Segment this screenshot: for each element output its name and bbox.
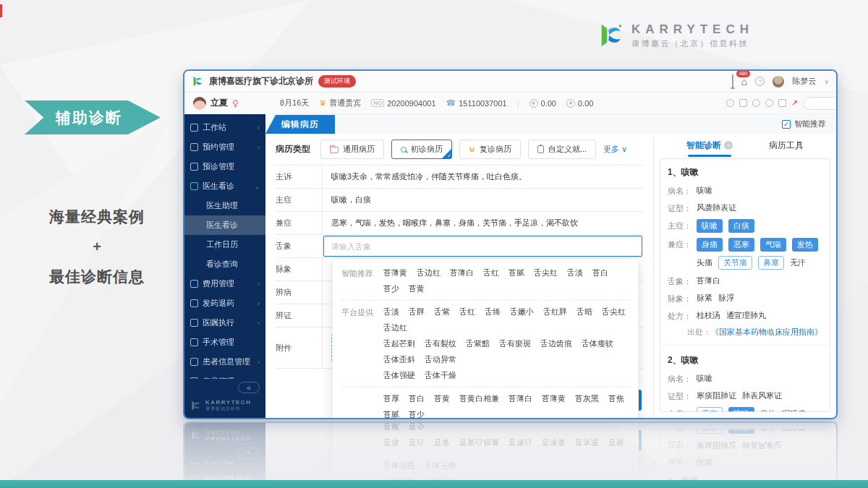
- option-苔白[interactable]: 苔白: [592, 267, 608, 278]
- option-苔白[interactable]: 苔白: [409, 393, 425, 404]
- symptom-tag[interactable]: 恶寒: [728, 238, 754, 252]
- sidebar-item-工作日历[interactable]: 工作日历: [184, 235, 265, 254]
- symptom-tag[interactable]: 咳嗽: [728, 407, 754, 412]
- notification-bell-icon[interactable]: 480: [732, 75, 733, 88]
- sidebar-item-费用管理[interactable]: 费用管理›: [184, 274, 265, 294]
- user-name[interactable]: 陈梦云: [792, 76, 816, 87]
- option-舌胖[interactable]: 舌胖: [409, 307, 425, 317]
- option-舌起芒刺[interactable]: 舌起芒刺: [383, 338, 415, 349]
- symptom-tag[interactable]: 恶寒: [697, 407, 723, 412]
- photo-icon[interactable]: [778, 99, 786, 107]
- option-苔少[interactable]: 苔少: [383, 283, 399, 294]
- option-苔薄黄[interactable]: 苔薄黄: [383, 267, 407, 278]
- option-舌紫[interactable]: 舌紫: [434, 307, 450, 317]
- tab-record-tools[interactable]: 病历工具: [769, 134, 804, 157]
- more-link[interactable]: 更多 ∨: [603, 144, 627, 155]
- sidebar-item-手术管理[interactable]: 手术管理: [184, 333, 265, 352]
- help-icon[interactable]: [755, 77, 765, 86]
- sidebar-item-工作站[interactable]: 工作站›: [184, 118, 265, 137]
- print-icon[interactable]: [765, 99, 773, 107]
- option-舌体痿软[interactable]: 舌体痿软: [582, 338, 613, 349]
- symptom-tag[interactable]: 白痰: [728, 219, 754, 233]
- card-icon[interactable]: [739, 99, 747, 107]
- sidebar-item-库房管理[interactable]: 库房管理›: [184, 372, 265, 379]
- sidebar-item-医生看诊[interactable]: 医生看诊⌄: [184, 176, 265, 196]
- record-type-自定义就...[interactable]: 自定义就...: [528, 140, 596, 159]
- option-舌体强硬[interactable]: 舌体强硬: [383, 370, 415, 381]
- smart-recommend-toggle[interactable]: 智能推荐: [782, 119, 836, 134]
- option-苔腻[interactable]: 苔腻: [509, 267, 524, 278]
- checkbox-checked-icon[interactable]: [782, 120, 791, 129]
- option-舌有瘀斑[interactable]: 舌有瘀斑: [499, 338, 531, 349]
- option-苔灰黑[interactable]: 苔灰黑: [575, 393, 599, 404]
- tab-smart-diagnosis[interactable]: 智能诊断: [686, 134, 733, 157]
- record-type-初诊病历[interactable]: 初诊病历✓: [391, 140, 452, 159]
- option-苔薄白[interactable]: 苔薄白: [509, 393, 532, 404]
- option-苔黄白相兼[interactable]: 苔黄白相兼: [459, 393, 499, 404]
- option-舌红[interactable]: 舌红: [459, 307, 475, 317]
- patient-cell[interactable]: 立夏 ♀: [184, 97, 265, 110]
- patient-avatar: [193, 97, 206, 110]
- option-舌绛[interactable]: 舌绛: [485, 307, 501, 317]
- symptom-tag[interactable]: 身痛: [697, 238, 723, 252]
- option-苔焦[interactable]: 苔焦: [608, 393, 624, 404]
- diagnosis-row: 证型：风袭肺表证: [668, 202, 822, 214]
- record-type-通用病历[interactable]: 通用病历: [320, 140, 384, 159]
- sidebar-item-看诊查询[interactable]: 看诊查询: [184, 254, 265, 274]
- right-panel: 智能诊断 病历工具 1、咳嗽病名：咳嗽证型：风袭肺表证主症：咳嗽白痰兼症：身痛恶…: [653, 134, 836, 418]
- option-舌动异常[interactable]: 舌动异常: [425, 354, 456, 365]
- help-circle-icon[interactable]: [724, 141, 733, 150]
- symptom-tag: 寒痰阻肺证: [697, 390, 736, 401]
- sidebar-item-医嘱执行[interactable]: 医嘱执行›: [184, 313, 265, 333]
- option-舌体歪斜[interactable]: 舌体歪斜: [383, 354, 415, 365]
- option-舌淡[interactable]: 舌淡: [383, 307, 399, 317]
- option-舌边齿痕[interactable]: 舌边齿痕: [540, 338, 572, 349]
- user-menu-caret-icon[interactable]: ∨: [824, 78, 829, 85]
- tab-edit-record[interactable]: 编辑病历: [265, 115, 335, 134]
- sidebar-item-患者信息管理[interactable]: 患者信息管理›: [184, 352, 265, 372]
- phone-icon: [446, 98, 456, 108]
- symptom-tag[interactable]: 关节痛: [718, 256, 752, 270]
- diagnosis-row: 兼症：身痛恶寒气喘发热头痛关节痛鼻塞无汗: [668, 238, 822, 270]
- sidebar-item-预诊管理[interactable]: 预诊管理: [184, 157, 265, 176]
- option-苔厚[interactable]: 苔厚: [383, 393, 399, 404]
- option-苔黄[interactable]: 苔黄: [434, 393, 450, 404]
- option-舌边红[interactable]: 舌边红: [417, 267, 441, 278]
- option-舌尖红[interactable]: 舌尖红: [602, 307, 626, 317]
- option-舌红[interactable]: 舌红: [483, 267, 499, 278]
- sidebar-item-label: 医生看诊: [203, 181, 234, 192]
- option-舌紫黯[interactable]: 舌紫黯: [466, 338, 490, 349]
- symptom-tag[interactable]: 鼻塞: [758, 256, 784, 270]
- option-舌红胖[interactable]: 舌红胖: [543, 307, 567, 317]
- symptom-tag[interactable]: 发热: [792, 238, 818, 252]
- option-舌嫩小[interactable]: 舌嫩小: [510, 307, 534, 317]
- search-input[interactable]: [803, 97, 838, 110]
- option-舌边红[interactable]: 舌边红: [383, 322, 407, 333]
- symptom-tag[interactable]: 气喘: [760, 238, 786, 252]
- record-type-复诊病历[interactable]: 复诊病历: [459, 140, 521, 159]
- history-icon[interactable]: [726, 99, 734, 107]
- option-舌淡[interactable]: 舌淡: [567, 267, 583, 278]
- option-舌尖红[interactable]: 舌尖红: [534, 267, 558, 278]
- option-苔薄黄[interactable]: 苔薄黄: [542, 393, 566, 404]
- option-苔薄白[interactable]: 苔薄白: [450, 267, 474, 278]
- tongue-input[interactable]: [331, 242, 634, 251]
- sidebar-collapse-button[interactable]: «: [238, 382, 260, 393]
- source-link[interactable]: 《国家基本药物临床应用指南》: [711, 328, 822, 336]
- option-舌有裂纹[interactable]: 舌有裂纹: [425, 338, 456, 349]
- user-avatar[interactable]: [773, 76, 784, 87]
- option-舌体干燥[interactable]: 舌体干燥: [425, 370, 456, 381]
- tab-record-tools-label: 病历工具: [769, 140, 804, 152]
- chevron-icon: ⌄: [254, 183, 260, 190]
- chart-trend-icon[interactable]: ↗: [791, 99, 798, 107]
- option-苔腻[interactable]: 苔腻: [383, 409, 399, 419]
- message-icon[interactable]: [752, 99, 760, 107]
- option-苔少[interactable]: 苔少: [409, 409, 425, 419]
- sidebar-item-发药退药[interactable]: 发药退药›: [184, 294, 265, 313]
- symptom-tag[interactable]: 咳嗽: [697, 219, 723, 233]
- sidebar-item-医生看诊[interactable]: 医生看诊: [184, 215, 265, 235]
- sidebar-item-医生助理[interactable]: 医生助理: [184, 196, 265, 215]
- option-苔黄[interactable]: 苔黄: [409, 283, 425, 294]
- option-舌暗[interactable]: 舌暗: [576, 307, 592, 317]
- sidebar-item-预约管理[interactable]: 预约管理›: [184, 137, 265, 157]
